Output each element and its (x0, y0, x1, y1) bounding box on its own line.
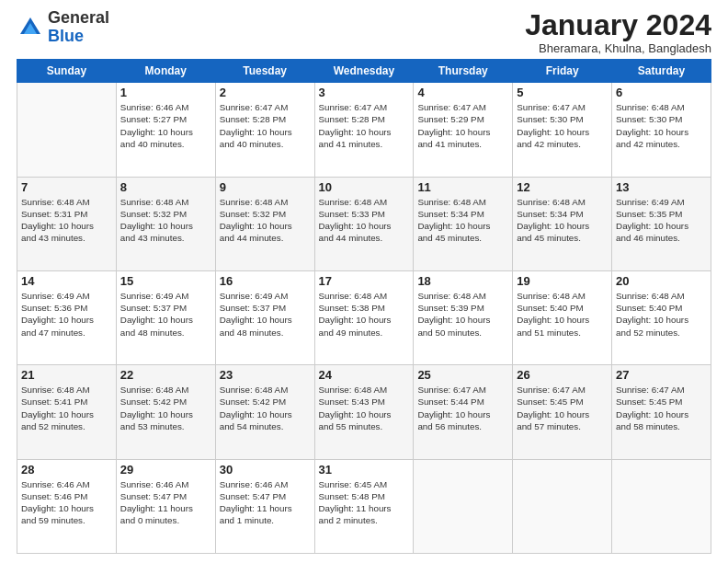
table-row: 19Sunrise: 6:48 AM Sunset: 5:40 PM Dayli… (513, 270, 612, 364)
day-number: 12 (517, 180, 608, 194)
day-info: Sunrise: 6:47 AM Sunset: 5:28 PM Dayligh… (319, 101, 410, 150)
col-monday: Monday (116, 60, 215, 83)
logo-text: General Blue (48, 9, 109, 46)
location: Bheramara, Khulna, Bangladesh (525, 41, 711, 55)
day-info: Sunrise: 6:47 AM Sunset: 5:30 PM Dayligh… (517, 101, 608, 150)
day-info: Sunrise: 6:48 AM Sunset: 5:34 PM Dayligh… (517, 196, 608, 245)
table-row: 18Sunrise: 6:48 AM Sunset: 5:39 PM Dayli… (414, 270, 513, 364)
day-number: 16 (220, 274, 311, 288)
table-row: 1Sunrise: 6:46 AM Sunset: 5:27 PM Daylig… (116, 83, 215, 177)
day-number: 2 (220, 86, 311, 99)
day-number: 11 (417, 180, 508, 194)
table-row: 3Sunrise: 6:47 AM Sunset: 5:28 PM Daylig… (314, 83, 414, 177)
day-number: 7 (21, 180, 112, 194)
day-info: Sunrise: 6:48 AM Sunset: 5:31 PM Dayligh… (21, 196, 112, 245)
day-info: Sunrise: 6:48 AM Sunset: 5:32 PM Dayligh… (220, 196, 311, 245)
table-row: 16Sunrise: 6:49 AM Sunset: 5:37 PM Dayli… (215, 270, 314, 364)
day-number: 15 (120, 274, 211, 288)
table-row: 7Sunrise: 6:48 AM Sunset: 5:31 PM Daylig… (17, 177, 117, 270)
day-info: Sunrise: 6:48 AM Sunset: 5:39 PM Dayligh… (417, 290, 508, 339)
logo: General Blue (17, 9, 109, 46)
day-number: 14 (21, 274, 112, 288)
title-block: January 2024 Bheramara, Khulna, Banglade… (525, 9, 711, 55)
day-number: 31 (319, 463, 410, 477)
table-row: 12Sunrise: 6:48 AM Sunset: 5:34 PM Dayli… (513, 177, 612, 270)
table-row: 14Sunrise: 6:49 AM Sunset: 5:36 PM Dayli… (17, 270, 117, 364)
day-info: Sunrise: 6:47 AM Sunset: 5:28 PM Dayligh… (220, 101, 311, 150)
table-row: 10Sunrise: 6:48 AM Sunset: 5:33 PM Dayli… (314, 177, 414, 270)
day-info: Sunrise: 6:46 AM Sunset: 5:27 PM Dayligh… (120, 101, 211, 150)
day-number: 30 (220, 463, 311, 477)
table-row: 27Sunrise: 6:47 AM Sunset: 5:45 PM Dayli… (612, 365, 711, 459)
day-info: Sunrise: 6:46 AM Sunset: 5:47 PM Dayligh… (120, 478, 211, 527)
day-info: Sunrise: 6:48 AM Sunset: 5:30 PM Dayligh… (616, 101, 707, 150)
day-number: 3 (319, 86, 410, 99)
day-info: Sunrise: 6:45 AM Sunset: 5:48 PM Dayligh… (319, 478, 410, 527)
table-row (17, 83, 117, 177)
header: General Blue January 2024 Bheramara, Khu… (17, 9, 711, 55)
calendar-table: Sunday Monday Tuesday Wednesday Thursday… (17, 59, 711, 554)
day-number: 26 (517, 368, 608, 382)
day-number: 4 (417, 86, 508, 99)
day-number: 8 (120, 180, 211, 194)
day-info: Sunrise: 6:47 AM Sunset: 5:44 PM Dayligh… (417, 384, 508, 432)
table-row: 24Sunrise: 6:48 AM Sunset: 5:43 PM Dayli… (314, 365, 414, 459)
col-sunday: Sunday (17, 60, 117, 83)
table-row: 31Sunrise: 6:45 AM Sunset: 5:48 PM Dayli… (314, 459, 414, 553)
day-number: 10 (319, 180, 410, 194)
day-number: 20 (616, 274, 707, 288)
calendar-week-row: 21Sunrise: 6:48 AM Sunset: 5:41 PM Dayli… (17, 365, 711, 459)
page: General Blue January 2024 Bheramara, Khu… (0, 0, 728, 563)
day-info: Sunrise: 6:48 AM Sunset: 5:34 PM Dayligh… (417, 196, 508, 245)
calendar-header-row: Sunday Monday Tuesday Wednesday Thursday… (17, 60, 711, 83)
day-number: 22 (120, 368, 211, 382)
table-row: 25Sunrise: 6:47 AM Sunset: 5:44 PM Dayli… (414, 365, 513, 459)
table-row: 5Sunrise: 6:47 AM Sunset: 5:30 PM Daylig… (513, 83, 612, 177)
day-number: 21 (21, 368, 112, 382)
day-info: Sunrise: 6:48 AM Sunset: 5:43 PM Dayligh… (319, 384, 410, 432)
day-number: 17 (319, 274, 410, 288)
table-row: 21Sunrise: 6:48 AM Sunset: 5:41 PM Dayli… (17, 365, 117, 459)
day-info: Sunrise: 6:48 AM Sunset: 5:40 PM Dayligh… (517, 290, 608, 339)
table-row: 28Sunrise: 6:46 AM Sunset: 5:46 PM Dayli… (17, 459, 117, 553)
col-tuesday: Tuesday (215, 60, 314, 83)
day-number: 23 (220, 368, 311, 382)
day-info: Sunrise: 6:48 AM Sunset: 5:33 PM Dayligh… (319, 196, 410, 245)
table-row: 17Sunrise: 6:48 AM Sunset: 5:38 PM Dayli… (314, 270, 414, 364)
day-info: Sunrise: 6:48 AM Sunset: 5:38 PM Dayligh… (319, 290, 410, 339)
day-number: 5 (517, 86, 608, 99)
table-row: 9Sunrise: 6:48 AM Sunset: 5:32 PM Daylig… (215, 177, 314, 270)
col-wednesday: Wednesday (314, 60, 414, 83)
day-info: Sunrise: 6:46 AM Sunset: 5:46 PM Dayligh… (21, 478, 112, 527)
table-row: 4Sunrise: 6:47 AM Sunset: 5:29 PM Daylig… (414, 83, 513, 177)
col-saturday: Saturday (612, 60, 711, 83)
day-info: Sunrise: 6:46 AM Sunset: 5:47 PM Dayligh… (220, 478, 311, 527)
table-row: 2Sunrise: 6:47 AM Sunset: 5:28 PM Daylig… (215, 83, 314, 177)
col-thursday: Thursday (414, 60, 513, 83)
day-info: Sunrise: 6:48 AM Sunset: 5:41 PM Dayligh… (21, 384, 112, 432)
day-number: 24 (319, 368, 410, 382)
table-row: 29Sunrise: 6:46 AM Sunset: 5:47 PM Dayli… (116, 459, 215, 553)
table-row: 11Sunrise: 6:48 AM Sunset: 5:34 PM Dayli… (414, 177, 513, 270)
table-row (513, 459, 612, 553)
day-number: 29 (120, 463, 211, 477)
table-row: 20Sunrise: 6:48 AM Sunset: 5:40 PM Dayli… (612, 270, 711, 364)
day-info: Sunrise: 6:47 AM Sunset: 5:45 PM Dayligh… (616, 384, 707, 432)
table-row: 30Sunrise: 6:46 AM Sunset: 5:47 PM Dayli… (215, 459, 314, 553)
table-row: 23Sunrise: 6:48 AM Sunset: 5:42 PM Dayli… (215, 365, 314, 459)
table-row: 15Sunrise: 6:49 AM Sunset: 5:37 PM Dayli… (116, 270, 215, 364)
day-info: Sunrise: 6:47 AM Sunset: 5:29 PM Dayligh… (417, 101, 508, 150)
day-info: Sunrise: 6:48 AM Sunset: 5:42 PM Dayligh… (120, 384, 211, 432)
table-row: 13Sunrise: 6:49 AM Sunset: 5:35 PM Dayli… (612, 177, 711, 270)
table-row: 8Sunrise: 6:48 AM Sunset: 5:32 PM Daylig… (116, 177, 215, 270)
day-number: 25 (417, 368, 508, 382)
table-row (612, 459, 711, 553)
day-info: Sunrise: 6:49 AM Sunset: 5:37 PM Dayligh… (120, 290, 211, 339)
calendar-week-row: 1Sunrise: 6:46 AM Sunset: 5:27 PM Daylig… (17, 83, 711, 177)
calendar-week-row: 7Sunrise: 6:48 AM Sunset: 5:31 PM Daylig… (17, 177, 711, 270)
day-number: 19 (517, 274, 608, 288)
day-number: 6 (616, 86, 707, 99)
day-info: Sunrise: 6:48 AM Sunset: 5:32 PM Dayligh… (120, 196, 211, 245)
day-info: Sunrise: 6:49 AM Sunset: 5:37 PM Dayligh… (220, 290, 311, 339)
day-info: Sunrise: 6:48 AM Sunset: 5:42 PM Dayligh… (220, 384, 311, 432)
